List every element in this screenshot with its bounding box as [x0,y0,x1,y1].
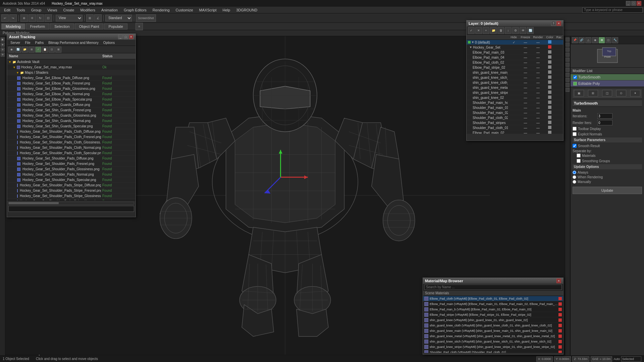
menu-tools[interactable]: Tools [14,7,28,13]
viewport-select[interactable]: Standard [105,15,132,21]
mat-row[interactable]: Elbow_Pad_cloth (VRayMtl) [Elbow_Pad_clo… [423,296,563,301]
smooth-result-check[interactable] [573,144,577,148]
asset-row[interactable]: Hockey_Gear_Set_Elbow_Pads_Glossiness.pn… [7,86,136,92]
menu-create[interactable]: Create [60,7,77,13]
angle-snap-btn[interactable]: ∠ [94,14,102,22]
at-btn-8[interactable]: ⊠ [55,47,61,53]
asset-row[interactable]: Hockey_Gear_Set_Shin_Guards_Diffuse.png … [7,102,136,108]
right-tool-8[interactable] [566,73,570,77]
right-tool-1[interactable] [566,38,570,42]
right-tool-7[interactable] [566,68,570,72]
asset-main-file[interactable]: ▼ Hockey_Gear_Set_max_vray.max Ok [7,65,136,70]
layer-row[interactable]: Shoulder_Pad_cloth_01 — — [467,125,563,130]
at-btn-7[interactable]: ⊡ [49,47,55,53]
right-tool-5[interactable] [566,58,570,62]
at-btn-2[interactable]: 🔄 [15,47,21,53]
at-btn-5[interactable]: ✓ [35,47,41,53]
mat-close-btn[interactable]: ✕ [556,279,561,283]
layer-folder-btn[interactable]: 📁 [490,27,497,34]
asset-row[interactable]: Hockey_Gear_Set_Elbow_Pads_Normal.png Fo… [7,92,136,97]
surface-params-section[interactable]: Surface Parameters [573,137,642,142]
layer-row[interactable]: Elbow_Pad_main_02 — — [467,130,563,134]
layer-row[interactable]: Elbow_Pad_main_04 — — [467,55,563,60]
asset-row[interactable]: Hockey_Gear_Set_Shin_Guards_Specular.png… [7,124,136,129]
mod-utility-btn[interactable]: 🔧 [612,37,618,43]
asset-maps-shaders[interactable]: ▼ 📁 Maps / Shaders [7,70,136,75]
layer-row[interactable]: Elbow_Pad_main_03 — — [467,50,563,55]
asset-row[interactable]: Hockey_Gear_Set_Elbow_Pads_Diffuse.png F… [7,75,136,81]
layer-row[interactable]: ▼ 0 (default) ✓ — — [467,40,563,45]
layer-refresh-btn[interactable]: 🔄 [527,27,534,34]
render-iters-input[interactable] [597,120,612,125]
menu-graph-editors[interactable]: Graph Editors [121,7,149,13]
window-close[interactable]: ✕ [637,1,641,6]
mod-modify-btn[interactable]: ⊞ [599,37,605,43]
layer-eye-btn[interactable]: 👁 [520,27,526,34]
mod-hier-btn[interactable]: △ [585,37,591,43]
tool-btn-2[interactable]: ◈ [1,43,5,47]
right-tool-11[interactable] [566,88,570,92]
asset-row[interactable]: Hockey_Gear_Set_Shoulder_Pads_Stripe_Glo… [7,193,136,199]
asset-row[interactable]: Hockey_Gear_Set_Shoulder_Pads_Cloth_Fres… [7,134,136,140]
snap-btn[interactable]: ⊞ [86,14,94,22]
at-restore[interactable]: □ [123,35,128,39]
tab-populate[interactable]: Populate [104,23,127,29]
mat-search-input[interactable] [424,285,562,290]
layer-settings-btn[interactable]: ⚙ [512,27,519,34]
layer-row[interactable]: Shoulder_Pad_main_02 — — [467,110,563,115]
tab-selection[interactable]: Selection [50,23,74,29]
select-btn[interactable]: ⊕ [20,14,28,22]
layer-row[interactable]: Shoulder_Pad_main_01 — — [467,105,563,110]
asset-row[interactable]: Hockey_Gear_Set_Shoulder_Pads_Normal.png… [7,172,136,177]
layer-row[interactable]: shin_guard_knee_cloth_02 — — [467,80,563,85]
mod-display-btn[interactable]: ◫ [605,37,611,43]
menu-maxscript[interactable]: MAXScript [197,7,219,13]
asset-root[interactable]: ▼ 📁 Autodesk Vault [7,59,136,65]
param-icon-1[interactable]: ▣ [574,90,584,97]
right-tool-4[interactable] [566,53,570,57]
menu-3dground[interactable]: 3DGROUND [233,7,260,13]
asset-row[interactable]: Hockey_Gear_Set_Shoulder_Pads_Cloth_Glos… [7,140,136,145]
modifier-editable-poly[interactable]: Editable Poly [571,80,644,87]
asset-row[interactable]: Hockey_Gear_Set_Shin_Guards_Glossiness.p… [7,113,136,118]
menu-group[interactable]: Group [29,7,44,13]
right-tool-9[interactable] [566,78,570,82]
materials-check[interactable] [577,154,581,158]
mat-row[interactable]: Elbow_Pad_stripe (VRayMtl) [Elbow_Pad_st… [423,312,563,317]
layer-row[interactable]: Elbow_Pad_cloth_02 — — [467,60,563,65]
layer-row[interactable]: ▼ Hockey_Gear_Set — — [467,45,563,50]
tab-modeling[interactable]: Modeling [1,23,25,29]
mod-pin-btn[interactable]: 📌 [572,37,578,43]
mat-row[interactable]: shin_guard_knee (VRayMtl) [shin_guard_kn… [423,317,563,323]
layer-help-btn[interactable]: ? [551,21,556,26]
menu-views[interactable]: Views [45,7,60,13]
iterations-input[interactable] [597,113,612,119]
status-filter[interactable] [621,356,641,362]
when-rendering-radio[interactable] [573,175,576,179]
modifier-turbsmooth[interactable]: TurboSmooth [571,74,644,80]
at-close[interactable]: ✕ [129,35,133,39]
mat-row[interactable]: shin_guard_knee_cloth (VRayMtl) [shin_gu… [423,323,563,328]
menu-help[interactable]: Help [220,7,233,13]
mat-row[interactable]: shin_guard_knee_stripe (VRayMtl) [shin_g… [423,344,563,350]
tab-object-paint[interactable]: Object Paint [75,23,104,29]
rotate-btn[interactable]: ↻ [37,14,44,22]
menu-rendering[interactable]: Rendering [150,7,172,13]
asset-row[interactable]: Hockey_Gear_Set_Shoulder_Pads_Stripe_Nor… [7,199,136,200]
param-icon-4[interactable]: ⊙ [616,90,626,97]
asset-row[interactable]: Hockey_Gear_Set_Shoulder_Pads_Glossiness… [7,167,136,172]
layer-new-btn[interactable]: + [483,27,489,34]
asset-row[interactable]: Hockey_Gear_Set_Elbow_Pads_Fresnel.png F… [7,81,136,86]
right-tool-6[interactable] [566,63,570,67]
mat-row[interactable]: Elbow_Pad_man_b (VRayMtl) [Elbow_Pad_mai… [423,307,563,312]
asset-row[interactable]: Hockey_Gear_Set_Shoulder_Pads_Fresnel.pn… [7,161,136,167]
at-btn-3[interactable]: 📁 [22,47,28,53]
window-maximize[interactable]: □ [631,1,636,6]
update-button[interactable]: Update [573,187,642,194]
layer-check-btn[interactable]: ✓ [468,27,475,34]
menu-modifiers[interactable]: Modifiers [77,7,98,13]
layer-row[interactable]: Shoulder_Pad_cloth_02 — — [467,115,563,120]
mat-row[interactable]: shin_guard_knee_metal (VRayMtl) [shin_gu… [423,334,563,339]
update-options-section[interactable]: Update Options [573,164,642,169]
window-minimize[interactable]: _ [626,1,631,6]
